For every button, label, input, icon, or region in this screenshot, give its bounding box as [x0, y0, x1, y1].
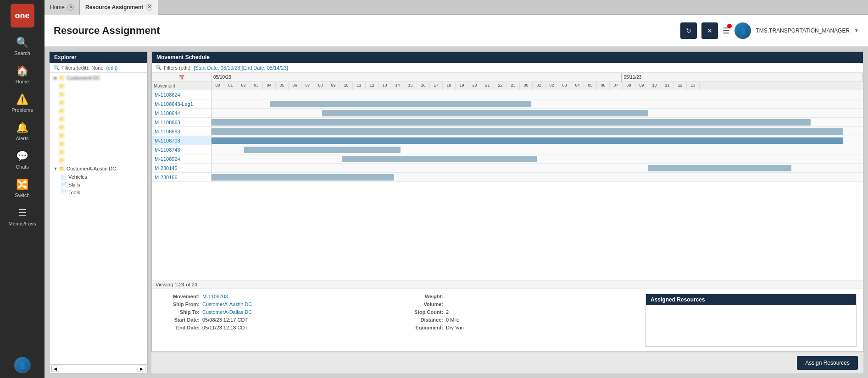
schedule-filter-value: [Start Date: 05/10/23][End Date: 05/14/2…	[194, 65, 288, 71]
volume-label: Volume:	[402, 301, 443, 307]
menus-icon: ☰	[18, 207, 27, 219]
hour-label-col: Movement	[152, 82, 211, 90]
file-icon: 📄	[61, 189, 67, 195]
user-dropdown-arrow[interactable]: ▼	[854, 28, 859, 33]
equipment-label: Equipment:	[402, 325, 443, 330]
explorer-filter-edit[interactable]: (edit)	[106, 65, 117, 71]
hour-08: 08	[314, 82, 327, 90]
list-item[interactable]: 📁	[50, 123, 147, 131]
ship-to-value[interactable]: CustomerA-Dallas DC	[202, 309, 252, 315]
gantt-bar	[244, 147, 401, 153]
list-item[interactable]: 📁	[50, 107, 147, 115]
sidebar-item-search[interactable]: 🔍 Search	[0, 32, 45, 60]
explorer-header: Explorer	[50, 52, 147, 63]
list-item[interactable]: 📁	[50, 90, 147, 99]
sidebar-item-menus[interactable]: ☰ Menus/Favs	[0, 203, 45, 231]
sidebar-item-home[interactable]: 🏠 Home	[0, 60, 45, 89]
ship-from-label: Ship From:	[158, 301, 200, 307]
movement-id-m1108624[interactable]: M-1108624	[152, 90, 211, 99]
ship-from-value[interactable]: CustomerA-Austin DC	[202, 301, 252, 307]
scroll-right-button[interactable]: ▶	[138, 366, 145, 372]
hour-16: 16	[417, 82, 430, 90]
hour-11: 11	[353, 82, 366, 90]
sidebar-item-problems[interactable]: ⚠️ Problems	[0, 89, 45, 117]
table-row: M-1108924	[152, 154, 863, 164]
sidebar-item-problems-label: Problems	[11, 107, 33, 113]
folder-icon: 📁	[59, 83, 65, 89]
sidebar-item-chats[interactable]: 💬 Chats	[0, 146, 45, 174]
gantt-bar-area	[211, 136, 863, 145]
list-item[interactable]: 📁	[50, 131, 147, 140]
sidebar-item-switch[interactable]: 🔀 Switch	[0, 174, 45, 203]
tree-item-austin-dc[interactable]: ▼ 📁 CustomerA-Austin DC	[50, 164, 147, 173]
movement-id-m230145[interactable]: M-230145	[152, 164, 211, 172]
list-item[interactable]: 📁	[50, 148, 147, 156]
movement-value[interactable]: M-1108703	[202, 294, 228, 299]
assigned-resources-panel: Assigned Resources	[645, 294, 857, 347]
content-area: Explorer 🔍 Filters (edit): None (edit) ▶…	[45, 47, 868, 378]
hour-06: 06	[289, 82, 301, 90]
tab-home[interactable]: Home ✕	[45, 0, 80, 15]
folder-icon: 📁	[59, 92, 65, 98]
list-item[interactable]: 📁	[50, 140, 147, 148]
movement-id-m1108743[interactable]: M-1108743	[152, 145, 211, 154]
list-item[interactable]: 📁	[50, 82, 147, 90]
hour-11b: 11	[661, 82, 674, 90]
refresh-button[interactable]: ↻	[680, 22, 697, 39]
movement-id-m1108663[interactable]: M-1108663	[152, 118, 211, 126]
hour-05: 05	[276, 82, 289, 90]
stop-count-value: 2	[446, 309, 449, 315]
table-row: M-1108703	[152, 136, 863, 145]
expand-icon	[52, 91, 59, 98]
date-label-1: 05/10/23	[213, 75, 231, 80]
movement-id-m230166[interactable]: M-230166	[152, 173, 211, 181]
tree-item-skills[interactable]: 📄 Skills	[50, 181, 147, 188]
list-item[interactable]: ▶ 📁 CustomerA DC	[50, 74, 147, 82]
hour-02: 02	[237, 82, 250, 90]
movement-id-m1108703[interactable]: M-1108703	[152, 136, 211, 145]
sidebar-item-alerts[interactable]: 🔔 Alerts	[0, 117, 45, 146]
tab-resource-assignment[interactable]: Resource Assignment ✕	[80, 0, 158, 15]
list-item[interactable]: 📁	[50, 99, 147, 107]
end-date-label: End Date:	[158, 325, 200, 330]
movement-id-m1108683[interactable]: M-1108683	[152, 127, 211, 136]
tree-item-vehicles[interactable]: 📄 Vehicles	[50, 173, 147, 181]
left-sidebar: one 🔍 Search 🏠 Home ⚠️ Problems 🔔 Alerts…	[0, 0, 45, 378]
gantt-rows: M-1108624 M-1108643-Leg1 M-11086	[152, 90, 863, 280]
gantt-bar-area	[211, 127, 863, 136]
stop-count-label: Stop Count:	[402, 309, 443, 315]
viewing-count: Viewing 1-24 of 24	[152, 280, 863, 289]
scroll-left-button[interactable]: ◀	[51, 366, 59, 372]
expand-icon	[52, 108, 59, 114]
sidebar-item-switch-label: Switch	[15, 192, 29, 198]
assign-resources-button[interactable]: Assign Resources	[797, 356, 858, 370]
hour-13: 13	[378, 82, 391, 90]
movement-id-m1108644[interactable]: M-1108644	[152, 109, 211, 117]
date-block-1: 05/10/23	[211, 73, 622, 82]
movement-id-m1108643[interactable]: M-1108643-Leg1	[152, 99, 211, 108]
sidebar-item-home-label: Home	[16, 79, 29, 84]
expand-icon	[52, 157, 59, 164]
gantt-bar	[211, 119, 811, 126]
movement-label: Movement:	[158, 294, 200, 299]
movement-id-m1108924[interactable]: M-1108924	[152, 154, 211, 163]
tab-resource-assignment-close[interactable]: ✕	[146, 4, 152, 11]
list-item[interactable]: 📁	[50, 156, 147, 164]
hour-07: 07	[301, 82, 314, 90]
detail-ship-from-row: Ship From: CustomerA-Austin DC	[158, 301, 397, 307]
detail-equipment-row: Equipment: Dry Van	[402, 325, 641, 330]
list-item[interactable]: 📁	[50, 115, 147, 123]
folder-icon: 📁	[59, 149, 65, 155]
sidebar-item-user-avatar[interactable]: 👤	[0, 352, 45, 378]
folder-icon: 📁	[59, 108, 65, 114]
file-icon: 📄	[61, 174, 67, 180]
menu-button[interactable]: ☰	[723, 26, 730, 36]
tree-item-tools-label: Tools	[68, 190, 80, 195]
end-date-value: 05/11/23 12:18 CDT	[202, 325, 248, 330]
close-button[interactable]: ✕	[701, 22, 718, 39]
detail-left: Movement: M-1108703 Ship From: CustomerA…	[158, 294, 397, 347]
tree-item-tools[interactable]: 📄 Tools	[50, 188, 147, 196]
table-row: M-1108624	[152, 90, 863, 99]
tab-home-close[interactable]: ✕	[67, 4, 74, 11]
hour-00b: 00	[520, 82, 533, 90]
